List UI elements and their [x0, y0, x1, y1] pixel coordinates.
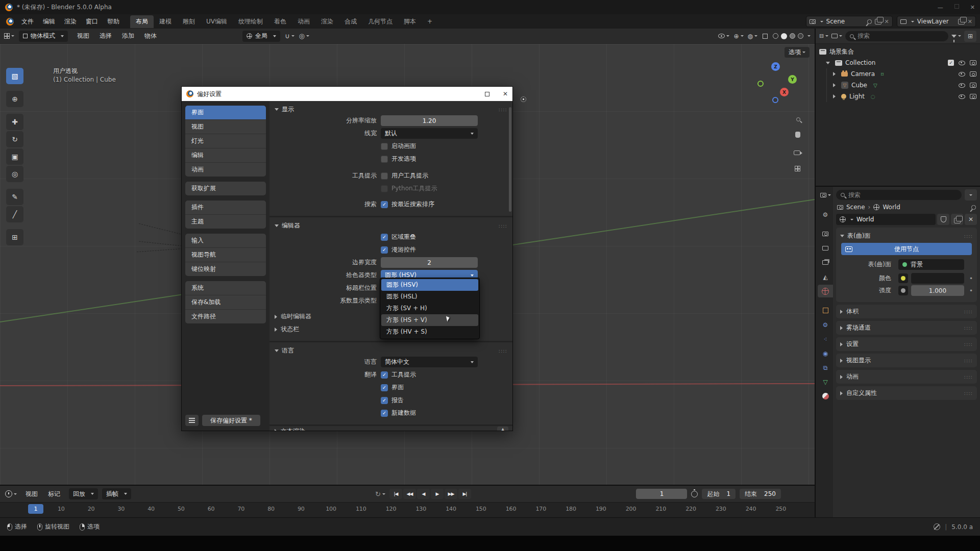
shading-solid-icon[interactable]	[781, 33, 787, 39]
menu-窗口[interactable]: 窗口	[81, 16, 103, 28]
properties-tab-modifiers[interactable]: ⚙	[818, 318, 833, 331]
unlink-data-button[interactable]: ✕	[965, 214, 977, 225]
properties-tab-object[interactable]	[818, 304, 833, 317]
remove-viewlayer-icon[interactable]: ✕	[968, 18, 972, 25]
properties-tab-world[interactable]	[818, 285, 833, 297]
scene-selector[interactable]: Scene ✕	[806, 16, 893, 27]
sidebar-item-灯光[interactable]: 灯光	[185, 134, 266, 148]
properties-tab-particles[interactable]: ⁖	[818, 333, 833, 345]
sidebar-item-编辑[interactable]: 编辑	[185, 148, 266, 162]
sidebar-item-文件路径[interactable]: 文件路径	[185, 310, 266, 323]
gizmo-axis-y-neg[interactable]	[757, 81, 764, 87]
unlink-scene-icon[interactable]: ✕	[885, 18, 889, 25]
network-offline-icon[interactable]	[934, 523, 940, 530]
expand-arrow-icon[interactable]	[826, 62, 830, 64]
section-text-rendering-partial[interactable]: 文本渲染 ▲	[270, 426, 512, 431]
play-button[interactable]: ▶	[431, 489, 444, 499]
duplicate-data-button[interactable]	[951, 214, 963, 225]
zoom-icon[interactable]	[796, 115, 800, 123]
hide-viewport-icon[interactable]	[959, 83, 965, 88]
camera-view-icon[interactable]	[794, 149, 800, 157]
tooltip-Python工具提示-checkbox[interactable]	[381, 185, 388, 192]
tool-transform[interactable]: ◎	[6, 166, 23, 182]
animate-dot[interactable]: •	[969, 287, 973, 294]
jump-to-start-button[interactable]: |◀	[389, 489, 402, 499]
next-keyframe-button[interactable]: ▶▶	[445, 489, 457, 499]
proportional-edit-toggle[interactable]: ◎	[299, 32, 309, 40]
properties-tab-material[interactable]	[818, 390, 833, 403]
outliner-search-input[interactable]: 搜索	[845, 31, 948, 41]
section-header[interactable]: 编辑器::::	[275, 220, 507, 231]
breadcrumb-scene[interactable]: Scene	[846, 204, 865, 211]
expand-arrow-icon[interactable]	[833, 83, 836, 87]
sidebar-item-键位映射[interactable]: 键位映射	[185, 262, 266, 276]
translate-报告-checkbox[interactable]: ✓	[381, 397, 388, 404]
expand-arrow-icon[interactable]	[833, 72, 836, 76]
properties-options-button[interactable]	[965, 189, 977, 201]
viewport-3d[interactable]: 物体模式 视图选择添加物体 全局 ∪ ◎ ⊕ ◍	[0, 29, 815, 485]
snap-toggle[interactable]: ∪	[285, 32, 295, 40]
section-header[interactable]: 显示::::	[275, 104, 507, 114]
sidebar-item-保存&加载[interactable]: 保存&加载	[185, 295, 266, 309]
gizmo-axis-x[interactable]: X	[780, 88, 789, 96]
workspace-tab-建模[interactable]: 建模	[154, 15, 177, 28]
strength-field[interactable]: 1.000	[911, 285, 964, 296]
disable-render-icon[interactable]	[970, 83, 976, 88]
mode-selector[interactable]: 物体模式	[19, 31, 68, 42]
new-viewlayer-icon[interactable]	[958, 19, 965, 24]
hide-viewport-icon[interactable]	[959, 61, 965, 65]
surface-shader-field[interactable]: 背景	[898, 259, 964, 270]
shading-wireframe-icon[interactable]	[773, 33, 778, 39]
pin-icon[interactable]	[866, 18, 873, 25]
preferences-menu-button[interactable]	[185, 415, 199, 426]
show-gizmo-toggle[interactable]	[718, 34, 729, 38]
sidebar-item-视图[interactable]: 视图	[185, 120, 266, 134]
preferences-titlebar[interactable]: 偏好设置 ✕	[182, 87, 512, 101]
viewport-menu-视图[interactable]: 视图	[72, 30, 94, 42]
shading-rendered-icon[interactable]	[798, 33, 803, 39]
blender-menu-icon[interactable]	[6, 18, 14, 26]
hide-viewport-icon[interactable]	[959, 94, 965, 99]
workspace-tab-几何节点[interactable]: 几何节点	[362, 15, 398, 28]
menu-帮助[interactable]: 帮助	[103, 16, 124, 28]
transform-orientation[interactable]: 全局	[242, 31, 280, 42]
animate-dot[interactable]: •	[969, 275, 973, 282]
filter-button[interactable]	[951, 35, 961, 38]
options-button[interactable]: 选项	[785, 47, 810, 58]
new-collection-button[interactable]: ⊞	[964, 31, 976, 42]
resolution-scale-field[interactable]: 1.20	[381, 115, 478, 126]
light-object[interactable]	[521, 96, 526, 102]
gizmo-axis-z-neg[interactable]	[772, 97, 778, 103]
properties-editor-type-button[interactable]	[818, 189, 833, 202]
translate-新建数据-checkbox[interactable]: ✓	[381, 410, 388, 417]
close-button[interactable]: ✕	[503, 90, 508, 97]
maximize-button[interactable]	[485, 92, 489, 96]
keying-menu[interactable]: 插帧	[102, 488, 131, 499]
display-mode-button[interactable]	[831, 34, 842, 38]
tool-rotate[interactable]: ↻	[6, 131, 23, 147]
editor-type-button[interactable]: ⊟	[819, 33, 828, 39]
workspace-tab-雕刻[interactable]: 雕刻	[177, 15, 201, 28]
scroll-down-button[interactable]: ▲	[497, 427, 508, 431]
expand-arrow-icon[interactable]	[833, 94, 836, 98]
hide-viewport-icon[interactable]	[959, 72, 965, 77]
outliner-row-Cube[interactable]: ▽Cube▽	[816, 80, 980, 91]
display-启动画面-checkbox[interactable]	[381, 143, 388, 150]
jump-to-end-button[interactable]: ▶|	[458, 489, 471, 499]
translate-界面-checkbox[interactable]: ✓	[381, 384, 388, 391]
panel-header[interactable]: 表(曲)面::::	[840, 231, 973, 241]
timeline-menu-视图[interactable]: 视图	[21, 488, 42, 500]
workspace-tab-渲染[interactable]: 渲染	[315, 15, 339, 28]
workspace-tab-布局[interactable]: 布局	[130, 15, 154, 28]
sidebar-item-系统[interactable]: 系统	[185, 281, 266, 295]
current-frame-marker[interactable]: 1	[28, 504, 43, 514]
panel-视图显示[interactable]: 视图显示::::	[836, 354, 977, 367]
disable-render-icon[interactable]	[970, 71, 976, 77]
playback-menu[interactable]: 回放	[69, 488, 98, 499]
breadcrumb-world[interactable]: World	[883, 204, 900, 211]
timeline-ruler[interactable]: 1 10203040506070809010011012013014015016…	[0, 502, 815, 517]
outliner-row-Collection[interactable]: Collection✓	[816, 57, 980, 68]
color-swatch-field[interactable]	[911, 273, 964, 284]
viewport-menu-选择[interactable]: 选择	[95, 30, 116, 42]
stopwatch-icon[interactable]	[691, 491, 698, 497]
